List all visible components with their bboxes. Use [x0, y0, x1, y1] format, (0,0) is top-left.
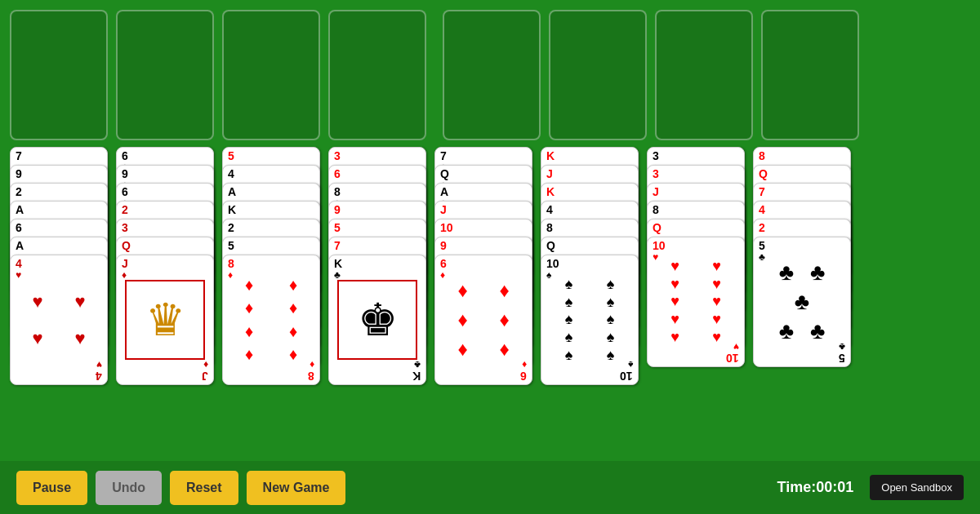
- empty-slot-2[interactable]: [116, 10, 214, 140]
- column-5: 7♣ 7♣ Q♣ Q♣ A♣ A♣ J♦ J♦ 10♦ 10♦: [434, 147, 532, 400]
- empty-slot-6[interactable]: [549, 10, 647, 140]
- column-8: 8♥ 8♥ Q♥ Q♥ 7♥ 7♥ 4♥ 4♥ 2♥ 2♥: [753, 147, 851, 400]
- empty-slot-7[interactable]: [655, 10, 753, 140]
- card[interactable]: J♦ J♦ ♛: [116, 255, 214, 385]
- column-6: K♦ K♦ J♦ J♦ K♦ K♦ 4♠ 4♠ 8♦ 8♦: [541, 147, 639, 400]
- pause-button[interactable]: Pause: [16, 471, 87, 505]
- undo-button[interactable]: Undo: [96, 471, 162, 505]
- top-row: [0, 0, 980, 147]
- empty-slot-4[interactable]: [328, 10, 426, 140]
- empty-slot-5[interactable]: [443, 10, 541, 140]
- open-sandbox-button[interactable]: Open Sandbox: [870, 475, 964, 500]
- card[interactable]: 6♦ 6♦ ♦ ♦ ♦ ♦ ♦ ♦: [434, 255, 532, 385]
- column-4: 3♥ 3♥ 6♥ 6♥ 8♣ 8♣ 9♥ 9♥ 5♥ 5♥: [328, 147, 426, 400]
- game-area: 7♠ 7♠ 9♠ 9♠ 2♠ 2♠ A♠ A♠ 6♠ 6♠: [0, 0, 980, 514]
- card[interactable]: 10♥ 10♥ ♥♥ ♥♥ ♥♥ ♥♥ ♥♥: [647, 237, 745, 367]
- columns-area: 7♠ 7♠ 9♠ 9♠ 2♠ 2♠ A♠ A♠ 6♠ 6♠: [0, 147, 980, 400]
- empty-slot-1[interactable]: [10, 10, 108, 140]
- card[interactable]: 4♥ 4♥ ♥♥ ♥♥: [10, 255, 108, 385]
- bottom-bar: Pause Undo Reset New Game Time:00:01 Ope…: [0, 461, 980, 514]
- card[interactable]: 10♠ 10♠ ♠♠ ♠♠ ♠♠ ♠♠ ♠♠: [541, 255, 639, 385]
- column-1: 7♠ 7♠ 9♠ 9♠ 2♠ 2♠ A♠ A♠ 6♠ 6♠: [10, 147, 108, 400]
- empty-slot-8[interactable]: [761, 10, 859, 140]
- column-2: 6♣ 6♣ 9♣ 9♣ 6♣ 6♣ 2♥ 2♥ 3♥ 3♥: [116, 147, 214, 400]
- card[interactable]: 5♣ 5♣ ♣♣ ♣ ♣♣: [753, 237, 851, 367]
- column-3: 5♥ 5♥ 4♠ 4♠ A♠ A♠ K♠ K♠ 2♠ 2♠: [222, 147, 320, 400]
- column-7: 3♠ 3♠ 3♥ 3♥ J♦ J♦ 8♦ 8♦ Q♥ Q♥: [647, 147, 745, 400]
- card[interactable]: K♣ K♣ ♚: [328, 255, 426, 385]
- time-display: Time:00:01: [777, 479, 854, 496]
- empty-slot-3[interactable]: [222, 10, 320, 140]
- card[interactable]: 8♦ 8♦ ♦ ♦ ♦ ♦ ♦ ♦ ♦ ♦: [222, 255, 320, 385]
- new-game-button[interactable]: New Game: [247, 471, 346, 505]
- reset-button[interactable]: Reset: [170, 471, 238, 505]
